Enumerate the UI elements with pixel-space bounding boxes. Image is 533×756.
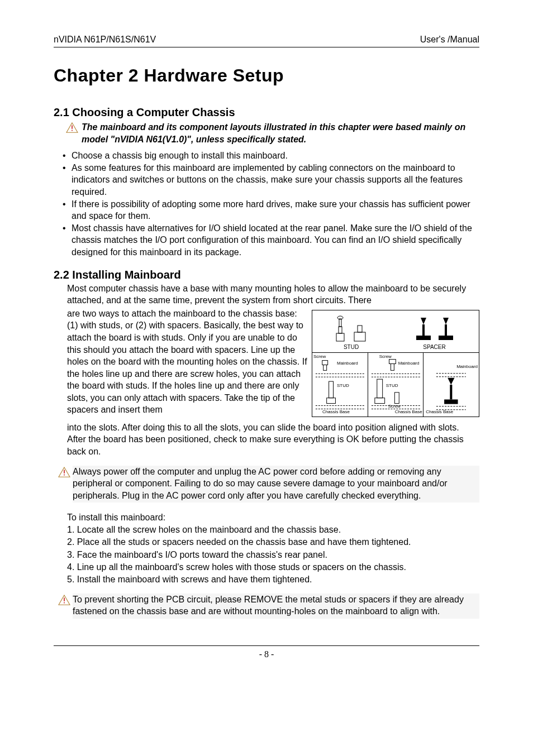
header-right: User's /Manual: [420, 35, 479, 45]
svg-rect-16: [323, 365, 327, 370]
power-off-notice: Always power off the computer and unplug…: [58, 466, 479, 503]
svg-rect-5: [339, 319, 341, 327]
svg-rect-19: [329, 381, 334, 398]
chassis-label: Chassis Base: [322, 409, 350, 415]
power-off-notice-text: Always power off the computer and unplug…: [73, 466, 479, 503]
stud-label: STUD: [344, 343, 359, 351]
svg-rect-15: [322, 360, 328, 365]
section-2-2-para-pre: Most computer chassis have a base with m…: [67, 283, 479, 307]
svg-rect-4: [339, 327, 342, 333]
svg-rect-27: [377, 379, 382, 398]
svg-marker-12: [443, 318, 449, 324]
bullet-item: As some features for this mainboard are …: [72, 162, 479, 198]
svg-marker-34: [448, 378, 455, 385]
bullet-item: Choose a chassis big enough to install t…: [72, 150, 479, 162]
svg-rect-3: [336, 333, 344, 341]
section-2-2-para-post: into the slots. After doing this to all …: [67, 422, 479, 458]
shorting-notice-text: To prevent shorting the PCB circuit, ple…: [73, 594, 479, 619]
caution-icon: [58, 595, 70, 606]
spacer-label: SPACER: [423, 343, 445, 351]
caution-icon: [58, 467, 70, 478]
install-step: 4. Line up all the mainboard's screw hol…: [67, 561, 479, 573]
install-steps-block: To install this mainboard: 1. Locate all…: [67, 511, 479, 585]
svg-rect-10: [422, 324, 425, 336]
svg-rect-41: [64, 474, 65, 475]
page-header: nVIDIA N61P/N61S/N61V User's /Manual: [54, 35, 479, 47]
model-note-text: The mainboard and its component layouts …: [82, 121, 479, 145]
chapter-title: Chapter 2 Hardware Setup: [54, 65, 479, 86]
bullet-item: Most chassis have alternatives for I/O s…: [72, 222, 479, 259]
screw-label: Screw: [313, 354, 326, 360]
install-step: 5. Install the mainboard with screws and…: [67, 573, 479, 586]
mainboard-label: Mainboard: [337, 361, 358, 367]
svg-rect-35: [450, 385, 453, 399]
bullet-item: If there is possibility of adopting some…: [72, 198, 479, 222]
install-step: 1. Locate all the screw holes on the mai…: [67, 524, 479, 536]
header-left: nVIDIA N61P/N61S/N61V: [54, 35, 156, 45]
svg-rect-2: [72, 130, 73, 131]
shorting-notice: To prevent shorting the PCB circuit, ple…: [58, 594, 479, 619]
svg-rect-36: [444, 399, 458, 404]
svg-rect-24: [391, 363, 394, 370]
svg-rect-40: [64, 470, 65, 473]
install-lead: To install this mainboard:: [67, 511, 479, 524]
svg-rect-13: [445, 324, 447, 336]
mainboard-label: Mainboard: [398, 361, 420, 367]
mainboard-label: Mainboard: [456, 364, 478, 370]
svg-rect-29: [394, 393, 399, 404]
model-note: The mainboard and its component layouts …: [66, 121, 479, 145]
svg-marker-9: [421, 318, 426, 324]
chassis-label: Chassis Base: [395, 409, 422, 415]
section-2-2-float-block: STUD SPACER Screw Ma: [67, 308, 479, 420]
svg-rect-11: [416, 336, 431, 340]
svg-rect-8: [358, 326, 362, 332]
svg-rect-28: [375, 398, 385, 403]
section-2-2-heading: 2.2 Installing Mainboard: [54, 269, 479, 281]
install-step: 2. Place all the studs or spacers needed…: [67, 536, 479, 548]
svg-rect-7: [354, 332, 365, 341]
svg-rect-1: [72, 125, 73, 128]
section-2-2-para-float: are two ways to attach the mainboard to …: [67, 309, 307, 415]
svg-rect-20: [327, 398, 336, 403]
section-2-1-heading: 2.1 Choosing a Computer Chassis: [54, 106, 479, 119]
spacer-diagram: SPACER: [410, 313, 460, 351]
stud-label-small: STUD: [386, 383, 398, 389]
page-number: - 8 -: [54, 645, 479, 659]
screw-label: Screw: [379, 354, 392, 360]
section-2-1-bullets: •Choose a chassis big enough to install …: [63, 150, 479, 258]
stud-diagram: STUD: [332, 313, 371, 351]
svg-rect-43: [64, 597, 65, 601]
svg-rect-44: [64, 602, 65, 603]
stud-label-small: STUD: [337, 383, 349, 389]
install-step: 3. Face the mainboard's I/O ports toward…: [67, 549, 479, 561]
stud-spacer-figure: STUD SPACER Screw Ma: [312, 310, 479, 417]
svg-rect-14: [439, 336, 453, 340]
caution-icon: [66, 122, 78, 133]
chassis-label: Chassis Base: [426, 409, 453, 415]
